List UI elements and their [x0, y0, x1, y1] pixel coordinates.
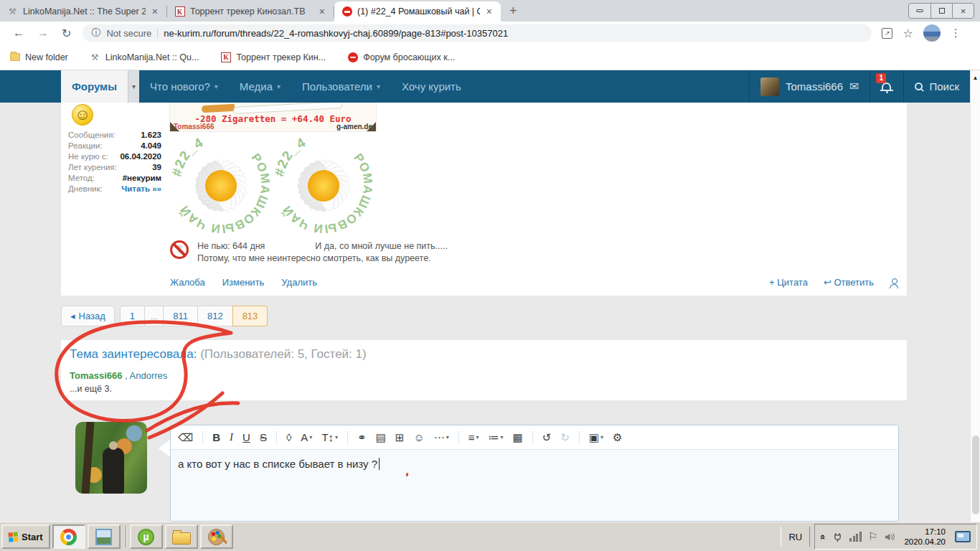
network-signal-icon[interactable]	[849, 532, 862, 542]
settings-button[interactable]: ⚙	[613, 432, 622, 443]
power-plug-icon[interactable]	[832, 532, 843, 542]
font-family-button[interactable]: A▾	[301, 432, 312, 443]
nav-media[interactable]: Медиа▾	[229, 70, 291, 103]
bold-button[interactable]: B	[212, 432, 220, 443]
font-size-button[interactable]: T↕▾	[321, 432, 338, 443]
redo-button[interactable]: ↻	[560, 432, 570, 443]
page-button-813-current[interactable]: 813	[232, 306, 268, 326]
user-link-andorres[interactable]: Andorres	[130, 370, 168, 381]
page-scrollbar[interactable]: ▲	[970, 70, 980, 522]
more-options-button[interactable]: ⋯▾	[434, 432, 449, 443]
list-button[interactable]: ≔▾	[489, 432, 504, 443]
text-color-button[interactable]: ◊	[286, 432, 291, 443]
maximize-button[interactable]	[930, 4, 952, 18]
show-desktop-icon[interactable]	[955, 531, 971, 542]
media-button[interactable]: ⊞	[395, 432, 405, 443]
browser-profile-avatar[interactable]	[923, 24, 941, 42]
alignment-button[interactable]: ≡▾	[468, 432, 479, 443]
nav-whats-new[interactable]: Что нового?▾	[139, 70, 229, 103]
security-label: Not secure	[106, 28, 151, 39]
bookmark-linkomanija[interactable]: ⚒ LinkoManija.Net :: Qu...	[90, 52, 199, 62]
reply-user-avatar[interactable]	[75, 422, 147, 494]
taskbar-clock[interactable]: 17:10 2020.04.20	[901, 527, 948, 547]
drafts-button[interactable]: ▣▾	[589, 432, 603, 443]
nav-username: Tomassi666	[786, 80, 843, 93]
reply-editor[interactable]: ⌫ B I U S ◊ A▾ T↕▾ ⚭ ▤ ⊞ ☺ ⋯▾ ≡▾ ≔▾ ▦ ↺ …	[170, 425, 899, 522]
minimize-button[interactable]	[909, 4, 930, 18]
reply-link[interactable]: ↩ Ответить	[824, 277, 874, 288]
tab-linkomanija[interactable]: ⚒ LinkoManija.Net :: The Super 2017 H ×	[0, 1, 166, 22]
scrollbar-thumb[interactable]	[972, 435, 979, 514]
info-icon[interactable]: ⓘ	[91, 27, 100, 39]
taskbar-chrome-button[interactable]	[52, 524, 85, 549]
page-ellipsis: ...	[144, 306, 164, 326]
nav-account[interactable]: Tomassi666 ✉	[749, 70, 870, 103]
bookmark-kinozal[interactable]: К Торрент трекер Кин...	[220, 52, 326, 62]
browser-menu-icon[interactable]: ⋮	[951, 27, 961, 39]
user-link-tomassi666[interactable]: Tomassi666	[70, 370, 122, 381]
page-button-812[interactable]: 812	[197, 306, 233, 326]
table-button[interactable]: ▦	[513, 432, 523, 443]
taskbar-paint-button[interactable]	[200, 524, 233, 549]
nav-want-to-smoke[interactable]: Хочу курить	[391, 70, 472, 103]
screen: ⚒ LinkoManija.Net :: The Super 2017 H × …	[0, 0, 980, 551]
nav-alerts[interactable]: 1	[870, 70, 903, 103]
delete-link[interactable]: Удалить	[281, 277, 317, 288]
tab-kinozal[interactable]: К Торрент трекер Кинозал.ТВ ×	[167, 1, 334, 22]
taskbar-utorrent-button[interactable]: µ	[130, 524, 163, 549]
page-button-1[interactable]: 1	[120, 306, 145, 326]
nav-forums-active[interactable]: Форумы ▾	[61, 70, 139, 103]
linkomanija-favicon-icon: ⚒	[7, 6, 18, 17]
folder-icon	[172, 532, 191, 545]
signature-days: Не пью: 644 дня	[197, 241, 265, 251]
back-button[interactable]: ←	[13, 27, 24, 39]
bookmark-new-folder[interactable]: New folder	[10, 52, 68, 62]
smilies-button[interactable]: ☺	[413, 432, 424, 443]
nav-search[interactable]: Поиск	[903, 70, 970, 103]
italic-button[interactable]: I	[230, 432, 233, 443]
person-icon[interactable]	[890, 278, 898, 287]
window-controls: ×	[908, 3, 974, 19]
image-button[interactable]: ▤	[376, 432, 386, 443]
close-button[interactable]: ×	[952, 4, 974, 18]
link-button[interactable]: ⚭	[357, 432, 367, 443]
utorrent-icon: µ	[138, 529, 154, 545]
forward-button[interactable]: →	[37, 27, 49, 39]
tab-close-icon[interactable]: ×	[151, 6, 159, 17]
tab-nekurim-active[interactable]: (1) #22_4 Ромашковый чай | Стран ×	[334, 1, 501, 22]
nav-users[interactable]: Пользователи▾	[291, 70, 391, 103]
start-button[interactable]: Start	[1, 524, 50, 549]
underline-button[interactable]: U	[242, 432, 250, 443]
reload-button[interactable]: ↻	[62, 27, 71, 40]
page-button-811[interactable]: 811	[163, 306, 198, 326]
editor-text-area[interactable]: а кто вот у нас в списке бывает в низу ?	[171, 450, 898, 478]
browser-titlebar: ⚒ LinkoManija.Net :: The Super 2017 H × …	[0, 0, 980, 22]
pagination-back-button[interactable]: ◂ Назад	[61, 306, 115, 326]
remove-format-button[interactable]: ⌫	[178, 432, 193, 443]
flag-icon[interactable]: ⚐	[868, 530, 877, 543]
strikethrough-button[interactable]: S	[260, 432, 267, 443]
interested-title-link[interactable]: Тема заинтересовала:	[70, 347, 197, 361]
tab-close-icon[interactable]: ×	[318, 6, 326, 17]
speaker-icon[interactable]	[884, 532, 895, 542]
undo-button[interactable]: ↺	[542, 432, 552, 443]
bookmark-star-icon[interactable]: ☆	[903, 27, 913, 40]
envelope-icon[interactable]: ✉	[849, 80, 859, 93]
tray-expand-icon[interactable]: «	[818, 534, 829, 539]
scroll-up-icon[interactable]: ▲	[971, 70, 980, 81]
url-input[interactable]: ⓘ Not secure ne-kurim.ru/forum/threads/2…	[83, 24, 872, 42]
quote-link[interactable]: + Цитата	[769, 277, 808, 288]
new-tab-button[interactable]: +	[509, 4, 517, 19]
tab-close-icon[interactable]: ×	[485, 6, 494, 17]
edit-link[interactable]: Изменить	[222, 277, 265, 288]
stat-row: Метод:#некурим	[68, 174, 161, 182]
report-link[interactable]: Жалоба	[170, 277, 205, 288]
diary-read-link[interactable]: Читать »»	[121, 184, 161, 193]
chevron-down-icon[interactable]: ▾	[128, 70, 139, 103]
taskbar-image-viewer-button[interactable]	[88, 524, 121, 549]
kinozal-icon: К	[220, 52, 231, 62]
open-external-icon[interactable]: ↗	[882, 28, 892, 39]
language-indicator[interactable]: RU	[781, 527, 810, 547]
bookmark-nekurim[interactable]: Форум бросающих к...	[347, 52, 455, 62]
taskbar-explorer-button[interactable]	[165, 524, 198, 549]
